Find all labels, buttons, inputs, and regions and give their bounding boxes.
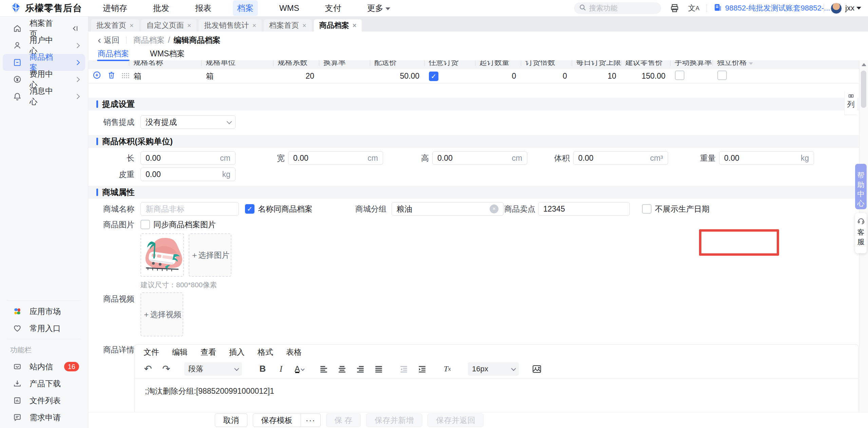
close-icon[interactable] bbox=[187, 22, 191, 30]
sidebar-item-message-center[interactable]: 消息中心 bbox=[3, 88, 85, 105]
menu-wms[interactable]: WMS bbox=[275, 1, 304, 15]
align-justify-icon[interactable] bbox=[373, 362, 384, 376]
no-production-date-checkbox[interactable] bbox=[642, 204, 652, 214]
outdent-icon[interactable] bbox=[398, 362, 410, 376]
sidebar-item-request[interactable]: 需求申请 bbox=[3, 409, 85, 426]
back-button[interactable]: 返回 bbox=[98, 35, 119, 45]
menu-payment[interactable]: 支付 bbox=[321, 0, 346, 16]
tare-input[interactable]: 0.00kg bbox=[140, 168, 235, 181]
selling-point-input[interactable]: 12345 bbox=[538, 202, 630, 216]
font-size-select[interactable]: 16px bbox=[468, 362, 519, 376]
align-left-icon[interactable] bbox=[318, 362, 329, 376]
customer-service-tab[interactable]: 客服 bbox=[855, 213, 867, 253]
weight-input[interactable]: 0.00kg bbox=[719, 151, 814, 165]
indent-icon[interactable] bbox=[416, 362, 428, 376]
translate-icon[interactable]: 文A bbox=[688, 4, 699, 12]
user-avatar[interactable] bbox=[831, 3, 842, 14]
manual-rate-checkbox[interactable] bbox=[675, 71, 684, 80]
printer-icon[interactable] bbox=[670, 3, 679, 13]
product-image-thumbnail[interactable] bbox=[140, 233, 184, 277]
sales-commission-select[interactable]: 没有提成 bbox=[140, 115, 235, 129]
sidebar-item-user-center[interactable]: 用户中心 bbox=[3, 37, 85, 54]
cell-spec-coeff[interactable]: 20 bbox=[273, 72, 319, 81]
sidebar-item-inbox[interactable]: 站内信 16 bbox=[3, 358, 85, 375]
sidebar-item-file-list[interactable]: 文件列表 bbox=[3, 392, 85, 409]
bold-icon[interactable]: B bbox=[257, 362, 268, 376]
height-input[interactable]: 0.00cm bbox=[432, 151, 527, 165]
tab-wholesale-home[interactable]: 批发首页 bbox=[91, 19, 139, 32]
editor-menu-format[interactable]: 格式 bbox=[258, 347, 273, 357]
editor-menu-table[interactable]: 表格 bbox=[286, 347, 302, 357]
menu-reports[interactable]: 报表 bbox=[191, 0, 216, 16]
cell-min-order-qty[interactable]: 0 bbox=[475, 72, 521, 81]
function-search[interactable] bbox=[574, 2, 661, 14]
user-menu[interactable]: jxx bbox=[845, 4, 854, 13]
mall-group-input[interactable]: 粮油 bbox=[392, 202, 504, 216]
editor-content[interactable]: ;淘汰删除分组:[9885200991000012]1 bbox=[135, 378, 858, 404]
width-input[interactable]: 0.00cm bbox=[288, 151, 383, 165]
tab-custom-page[interactable]: 自定义页面 bbox=[141, 19, 197, 32]
close-icon[interactable] bbox=[252, 22, 256, 30]
choose-video-button[interactable]: ＋选择视频 bbox=[140, 292, 183, 336]
breadcrumb-parent[interactable]: 商品档案 bbox=[133, 35, 165, 45]
more-actions-button[interactable]: ··· bbox=[301, 413, 321, 427]
sync-image-checkbox[interactable] bbox=[140, 220, 150, 229]
tab-wholesale-sales-stats[interactable]: 批发销售统计 bbox=[199, 19, 262, 32]
cell-order-multiple[interactable]: 0 bbox=[521, 72, 572, 81]
cancel-button[interactable]: 取消 bbox=[215, 413, 247, 427]
collapse-sidebar-icon[interactable] bbox=[71, 24, 79, 33]
font-color-icon[interactable]: A bbox=[294, 362, 305, 376]
cell-suggested-price[interactable]: 150.00 bbox=[621, 72, 670, 81]
redo-icon[interactable]: ↷ bbox=[161, 362, 172, 376]
save-button[interactable]: 保 存 bbox=[326, 413, 361, 427]
account-set-switcher[interactable]: 98852-纯批发测试账套98852-... bbox=[713, 3, 817, 13]
any-order-checkbox[interactable] bbox=[429, 72, 438, 81]
menu-wholesale[interactable]: 批发 bbox=[149, 0, 174, 16]
subtab-wms-archive[interactable]: WMS档案 bbox=[150, 48, 185, 60]
menu-archives[interactable]: 档案 bbox=[233, 0, 258, 16]
add-row-icon[interactable] bbox=[92, 71, 101, 82]
clear-icon[interactable] bbox=[490, 205, 498, 213]
close-icon[interactable] bbox=[302, 22, 306, 30]
delete-row-icon[interactable] bbox=[107, 71, 116, 82]
sidebar-item-product-download[interactable]: 产品下载 bbox=[3, 375, 85, 392]
menu-purchase-sale-stock[interactable]: 进销存 bbox=[98, 0, 132, 16]
insert-image-icon[interactable] bbox=[531, 362, 543, 376]
sync-name-checkbox[interactable] bbox=[245, 204, 254, 214]
cell-daily-limit[interactable]: 10 bbox=[572, 72, 621, 81]
search-input[interactable] bbox=[589, 4, 650, 12]
save-and-new-button[interactable]: 保存并新增 bbox=[366, 413, 422, 427]
sidebar-item-product-archive[interactable]: 商品档案 bbox=[3, 54, 85, 71]
help-center-tab[interactable]: 帮助中心 bbox=[855, 164, 867, 209]
sidebar-item-archive-home[interactable]: 档案首页 bbox=[3, 20, 85, 37]
choose-image-button[interactable]: ＋选择图片 bbox=[189, 233, 231, 277]
editor-menu-view[interactable]: 查看 bbox=[201, 347, 216, 357]
drag-handle-icon[interactable] bbox=[121, 72, 130, 81]
sidebar-item-favorites[interactable]: 常用入口 bbox=[3, 320, 85, 337]
volume-input[interactable]: 0.00cm³ bbox=[573, 151, 668, 165]
close-icon[interactable] bbox=[353, 22, 357, 30]
filter-caret-icon[interactable] bbox=[749, 62, 753, 65]
subtab-product-archive[interactable]: 商品档案 bbox=[98, 48, 129, 60]
mall-name-input[interactable]: 新商品非标 bbox=[140, 202, 239, 216]
editor-menu-file[interactable]: 文件 bbox=[144, 347, 159, 357]
sidebar-item-app-market[interactable]: 应用市场 bbox=[3, 303, 85, 320]
save-template-button[interactable]: 保存模板 bbox=[253, 413, 301, 427]
scroll-up-arrow[interactable] bbox=[862, 63, 866, 66]
clear-formatting-icon[interactable]: Tx bbox=[441, 362, 453, 376]
tab-archive-home[interactable]: 档案首页 bbox=[264, 19, 312, 32]
length-input[interactable]: 0.00cm bbox=[140, 151, 235, 165]
cell-spec-unit[interactable]: 箱 bbox=[201, 71, 273, 81]
save-and-return-button[interactable]: 保存并返回 bbox=[428, 413, 484, 427]
editor-menu-edit[interactable]: 编辑 bbox=[172, 347, 188, 357]
editor-menu-insert[interactable]: 插入 bbox=[229, 347, 245, 357]
menu-more[interactable]: 更多 bbox=[363, 0, 395, 16]
undo-icon[interactable]: ↶ bbox=[142, 362, 154, 376]
align-center-icon[interactable] bbox=[336, 362, 348, 376]
italic-icon[interactable]: I bbox=[275, 362, 287, 376]
cell-spec-name[interactable]: 箱 bbox=[129, 71, 201, 81]
tab-product-archive[interactable]: 商品档案 bbox=[314, 19, 362, 32]
align-right-icon[interactable] bbox=[355, 362, 366, 376]
close-icon[interactable] bbox=[130, 22, 134, 30]
sidebar-item-expense-center[interactable]: 费用中心 bbox=[3, 71, 85, 88]
